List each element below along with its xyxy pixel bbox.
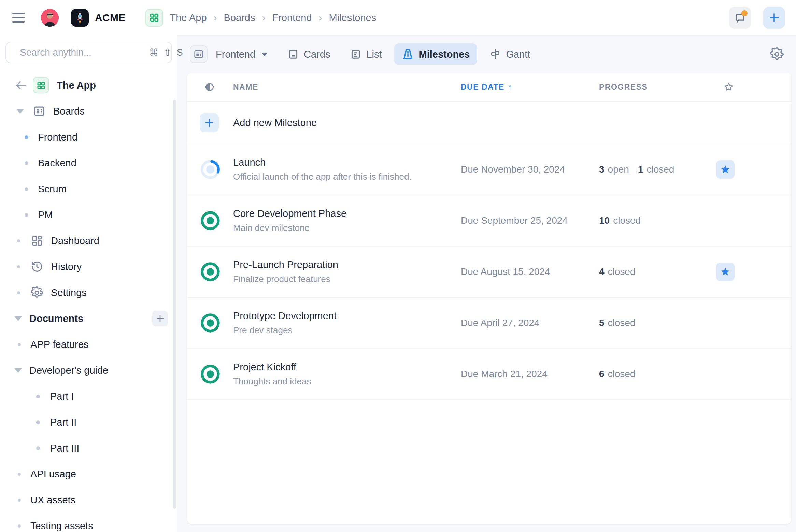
milestone-name[interactable]: Pre-Launch Preparation bbox=[233, 259, 461, 270]
sidebar-item-label: Scrum bbox=[38, 183, 67, 195]
milestone-name[interactable]: Prototype Development bbox=[233, 310, 461, 322]
tab-cards[interactable]: Cards bbox=[280, 44, 338, 65]
starred-badge[interactable] bbox=[716, 263, 735, 281]
hamburger-menu-icon[interactable] bbox=[12, 10, 27, 25]
workspace-logo-rocket-icon[interactable] bbox=[71, 9, 89, 27]
tab-gantt[interactable]: Gantt bbox=[482, 44, 538, 65]
sidebar-item-part-1[interactable]: Part I bbox=[0, 383, 177, 409]
bullet-dot-icon bbox=[25, 161, 28, 165]
breadcrumb-the-app[interactable]: The App bbox=[170, 12, 207, 24]
search-input[interactable] bbox=[20, 47, 143, 58]
sidebar-item-frontend[interactable]: Frontend bbox=[0, 124, 177, 150]
disclosure-triangle-icon[interactable] bbox=[12, 316, 24, 321]
gear-icon bbox=[29, 285, 45, 300]
bullet-dot-icon bbox=[18, 524, 21, 528]
breadcrumb-boards[interactable]: Boards bbox=[224, 12, 255, 24]
chevron-down-icon bbox=[261, 53, 268, 56]
main-area: Frontend Cards List bbox=[177, 35, 796, 532]
column-header-due-date[interactable]: DUE DATE ↑ bbox=[461, 82, 599, 92]
search-shortcut: ⌘ ⇧ S bbox=[149, 47, 184, 58]
bullet-dot-icon bbox=[18, 499, 21, 502]
milestone-name[interactable]: Core Development Phase bbox=[233, 208, 461, 219]
add-new-milestone-row[interactable]: Add new Milestone bbox=[187, 102, 791, 144]
sidebar-tree: The App Boards Frontend bbox=[0, 67, 177, 532]
disclosure-triangle-icon[interactable] bbox=[14, 109, 26, 114]
sidebar-item-backend[interactable]: Backend bbox=[0, 150, 177, 176]
create-new-button[interactable] bbox=[763, 7, 785, 29]
milestone-row-pre-launch[interactable]: Pre-Launch Preparation Finalize product … bbox=[187, 247, 791, 298]
breadcrumb-frontend[interactable]: Frontend bbox=[272, 12, 312, 24]
list-icon bbox=[350, 48, 361, 60]
board-selector-label: Frontend bbox=[216, 49, 255, 60]
sidebar-item-app-features[interactable]: APP features bbox=[0, 331, 177, 357]
starred-badge[interactable] bbox=[716, 160, 735, 179]
user-avatar[interactable] bbox=[41, 9, 59, 27]
top-bar: ACME The App › Boards › Frontend › Miles… bbox=[0, 0, 796, 35]
column-header-progress[interactable]: PROGRESS bbox=[599, 83, 713, 92]
breadcrumb-milestones[interactable]: Milestones bbox=[329, 12, 376, 24]
tab-label: Gantt bbox=[506, 49, 530, 60]
milestone-done-icon bbox=[200, 312, 221, 334]
sidebar-item-history[interactable]: History bbox=[0, 254, 177, 280]
sidebar-item-ux-assets[interactable]: UX assets bbox=[0, 487, 177, 513]
add-document-button[interactable] bbox=[152, 311, 168, 326]
sidebar-item-api-usage[interactable]: API usage bbox=[0, 461, 177, 487]
milestone-row-kickoff[interactable]: Project Kickoff Thoughts and ideas Due M… bbox=[187, 349, 791, 400]
milestone-row-prototype[interactable]: Prototype Development Pre dev stages Due… bbox=[187, 298, 791, 349]
app-grid-icon[interactable] bbox=[145, 9, 163, 27]
sidebar-scrollbar[interactable] bbox=[173, 100, 176, 509]
sidebar-item-settings[interactable]: Settings bbox=[0, 280, 177, 306]
milestone-name[interactable]: Project Kickoff bbox=[233, 361, 461, 373]
sidebar-item-developers-guide[interactable]: Developer's guide bbox=[0, 357, 177, 383]
milestone-description: Finalize product features bbox=[233, 274, 461, 284]
chat-button[interactable] bbox=[729, 7, 751, 29]
sidebar-item-scrum[interactable]: Scrum bbox=[0, 176, 177, 202]
star-outline-icon[interactable] bbox=[724, 82, 734, 92]
sidebar-item-label: Settings bbox=[51, 287, 87, 298]
column-header-name[interactable]: NAME bbox=[233, 83, 461, 92]
sidebar-item-label: Developer's guide bbox=[29, 365, 108, 376]
milestones-table-card: NAME DUE DATE ↑ PROGRESS bbox=[187, 73, 791, 524]
plus-icon bbox=[768, 12, 780, 24]
search-box[interactable]: ⌘ ⇧ S bbox=[5, 42, 172, 63]
milestone-due-date: Due March 21, 2024 bbox=[461, 369, 599, 380]
sidebar-item-the-app[interactable]: The App bbox=[0, 72, 177, 98]
add-milestone-button[interactable] bbox=[200, 113, 219, 132]
sidebar-item-part-2[interactable]: Part II bbox=[0, 409, 177, 435]
workspace-name[interactable]: ACME bbox=[95, 12, 126, 24]
sidebar-item-pm[interactable]: PM bbox=[0, 202, 177, 228]
bullet-dot-icon bbox=[25, 135, 28, 139]
tab-list[interactable]: List bbox=[342, 44, 389, 65]
tab-milestones[interactable]: Milestones bbox=[394, 43, 478, 65]
sidebar-item-boards[interactable]: Boards bbox=[0, 98, 177, 124]
sidebar-item-testing-assets[interactable]: Testing assets bbox=[0, 513, 177, 532]
milestone-name[interactable]: Launch bbox=[233, 157, 461, 168]
board-selector-dropdown[interactable]: Frontend bbox=[212, 44, 275, 65]
back-arrow-icon[interactable] bbox=[14, 80, 28, 90]
sidebar-item-label: Frontend bbox=[38, 132, 77, 143]
gantt-icon bbox=[489, 48, 501, 60]
sidebar-item-label: Part I bbox=[50, 391, 74, 402]
chevron-right-icon: › bbox=[262, 12, 265, 24]
sidebar-item-label: Testing assets bbox=[30, 520, 93, 532]
chevron-right-icon: › bbox=[319, 12, 322, 24]
bullet-dot-icon bbox=[17, 265, 20, 268]
sidebar-item-dashboard[interactable]: Dashboard bbox=[0, 228, 177, 254]
tab-label: Milestones bbox=[419, 49, 470, 60]
bullet-dot-icon bbox=[17, 291, 20, 294]
milestone-row-launch[interactable]: Launch Official launch of the app after … bbox=[187, 144, 791, 195]
milestone-row-core-development[interactable]: Core Development Phase Main dev mileston… bbox=[187, 195, 791, 247]
bullet-dot-icon bbox=[25, 213, 28, 217]
sidebar-item-label: Part III bbox=[50, 443, 79, 454]
milestone-description: Official launch of the app after this is… bbox=[233, 172, 461, 182]
sidebar-item-label: Documents bbox=[29, 313, 83, 324]
milestone-due-date: Due April 27, 2024 bbox=[461, 317, 599, 328]
sidebar-item-part-3[interactable]: Part III bbox=[0, 435, 177, 461]
sidebar-item-documents[interactable]: Documents bbox=[0, 306, 177, 331]
disclosure-triangle-icon[interactable] bbox=[12, 368, 24, 373]
board-icon-button[interactable] bbox=[190, 45, 208, 63]
milestone-done-icon bbox=[200, 364, 221, 385]
milestone-due-date: Due November 30, 2024 bbox=[461, 164, 599, 175]
view-settings-gear-icon[interactable] bbox=[770, 47, 784, 61]
milestone-done-icon bbox=[200, 210, 221, 231]
